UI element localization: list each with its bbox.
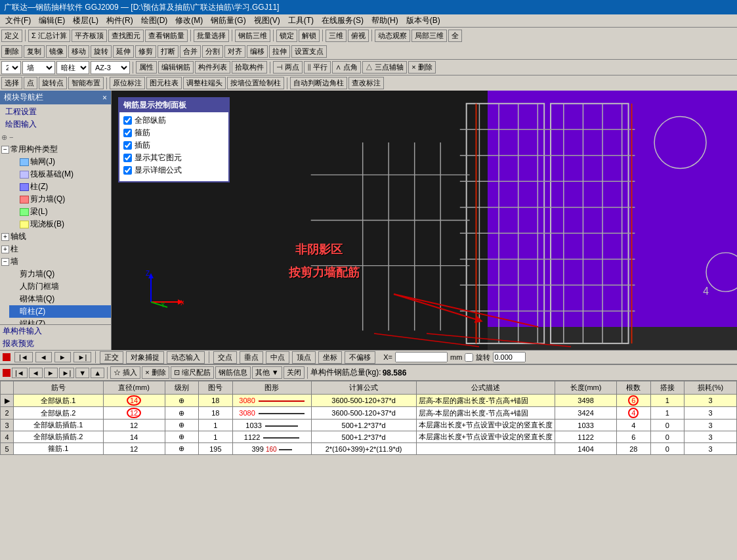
floor-select[interactable]: 2	[1, 61, 21, 74]
btn-midpt[interactable]: 中点	[266, 351, 289, 364]
btn-move[interactable]: 移动	[68, 45, 89, 58]
menu-version[interactable]: 版本号(B)	[402, 14, 444, 27]
toggle-wall[interactable]: −	[1, 258, 9, 266]
table-row[interactable]: 4 全部纵筋插筋.2 14 ⊕ 1 1122 500+1.2*37*d 本层露出…	[1, 431, 737, 443]
btn-endpt[interactable]: 顶点	[292, 351, 316, 364]
btn-three-pts[interactable]: △ 三点辅轴	[362, 61, 407, 74]
btn-view-rebar[interactable]: 查看钢筋量	[145, 30, 188, 42]
btn-split[interactable]: 分割	[202, 45, 223, 58]
btn-pt-angle[interactable]: ∧ 点角	[332, 61, 361, 74]
menu-online[interactable]: 在线服务(S)	[318, 14, 368, 27]
btn-find[interactable]: 查找图元	[108, 30, 144, 42]
btn-copy[interactable]: 复制	[24, 45, 45, 58]
btn-rebar-3d[interactable]: 钢筋三维	[235, 30, 270, 42]
tree-airdefwall[interactable]: 人防门框墙	[9, 280, 111, 293]
tree-shearwall2[interactable]: 剪力墙(Q)	[9, 268, 111, 280]
btn-up[interactable]: ▲	[91, 368, 104, 378]
btn-wall-grid[interactable]: 按墙位置绘制柱	[227, 77, 284, 89]
type-select[interactable]: 墙	[22, 61, 55, 74]
btn-stretch[interactable]: 拉伸	[269, 45, 290, 58]
tree-wall[interactable]: −墙	[0, 255, 111, 268]
btn-adjust-end[interactable]: 调整柱端头	[183, 77, 226, 89]
btn-rebar-info[interactable]: 钢筋信息	[215, 366, 251, 379]
btn-other[interactable]: 其他 ▼	[252, 366, 282, 379]
tree-common[interactable]: − 常用构件类型	[0, 143, 111, 156]
btn-properties[interactable]: 属性	[136, 61, 157, 74]
btn-parallel[interactable]: ‖ 平行	[304, 61, 331, 74]
menu-modify[interactable]: 修改(M)	[171, 14, 207, 27]
btn-local-3d[interactable]: 局部三维	[411, 30, 447, 42]
btn-pick-component[interactable]: 拾取构件	[232, 61, 267, 74]
link-single-input[interactable]: 单构件输入	[0, 325, 111, 337]
btn-last-row[interactable]: ►|	[59, 368, 75, 378]
tree-column[interactable]: 柱(Z)	[9, 181, 111, 193]
btn-inplace-label[interactable]: 原位标注	[110, 77, 145, 89]
tree-masonrywall[interactable]: 砌体墙(Q)	[9, 293, 111, 305]
btn-top-view[interactable]: 俯视	[348, 30, 369, 42]
btn-scale-rebar[interactable]: ⊡ 缩尺配筋	[171, 366, 214, 379]
btn-coord[interactable]: 坐标	[318, 351, 342, 364]
menu-tools[interactable]: 工具(T)	[284, 14, 318, 27]
btn-trim[interactable]: 修剪	[135, 45, 156, 58]
menu-file[interactable]: 文件(F)	[1, 14, 35, 27]
cb-all-long[interactable]: 全部纵筋	[123, 115, 224, 126]
tree-end-col[interactable]: 端柱(Z)	[9, 318, 111, 324]
cb-show-other[interactable]: 显示其它图元	[123, 152, 224, 163]
sidebar-icon-remove[interactable]: −	[9, 133, 13, 141]
cb-show-formula[interactable]: 显示详细公式	[123, 165, 224, 176]
toggle-columns[interactable]: +	[1, 246, 9, 253]
btn-merge[interactable]: 合并	[180, 45, 201, 58]
menu-help[interactable]: 帮助(H)	[368, 14, 402, 27]
btn-del-axis[interactable]: × 删除	[408, 61, 435, 74]
btn-component-list[interactable]: 构件列表	[195, 61, 230, 74]
btn-select[interactable]: 选择	[1, 77, 22, 89]
btn-rotate[interactable]: 旋转	[91, 45, 112, 58]
btn-lock[interactable]: 锁定	[276, 30, 297, 42]
rotate-input[interactable]	[493, 352, 526, 362]
btn-prev-nav[interactable]: ◄	[35, 352, 52, 362]
cb-stirrup[interactable]: 箍筋	[123, 127, 224, 139]
btn-dynin[interactable]: 动态输入	[167, 351, 205, 364]
btn-define[interactable]: 定义	[1, 30, 22, 42]
btn-edit-rebar[interactable]: 编辑钢筋	[158, 61, 194, 74]
btn-calculate[interactable]: Σ 汇总计算	[28, 30, 70, 42]
btn-element-table[interactable]: 图元柱表	[146, 77, 182, 89]
cb-insert[interactable]: 插筋	[123, 140, 224, 151]
btn-set-pivot[interactable]: 设置支点	[291, 45, 327, 58]
btn-intersect[interactable]: 交点	[213, 351, 237, 364]
tree-columns[interactable]: +柱	[0, 243, 111, 255]
btn-3d[interactable]: 三维	[326, 30, 347, 42]
btn-auto-judge[interactable]: 自动判断边角柱	[290, 77, 347, 89]
btn-no-offset[interactable]: 不偏移	[345, 351, 375, 364]
btn-next-nav[interactable]: ►	[54, 352, 71, 362]
menu-rebar[interactable]: 钢筋量(G)	[207, 14, 249, 27]
table-row[interactable]: 5 箍筋.1 12 ⊕ 195 399 160 2*(160+399)+2*(1…	[1, 443, 737, 455]
btn-align[interactable]: 对齐	[224, 45, 245, 58]
table-row[interactable]: ▶ 全部纵筋.1 14 ⊕ 18 3080 3600-500-120+37*d …	[1, 395, 737, 407]
link-report[interactable]: 报表预览	[0, 337, 111, 350]
tree-beam[interactable]: 梁(L)	[9, 205, 111, 218]
tree-shearwall[interactable]: 剪力墙(Q)	[9, 193, 111, 205]
btn-mirror[interactable]: 镜像	[46, 45, 67, 58]
menu-component[interactable]: 构件(R)	[102, 14, 137, 27]
btn-first-nav[interactable]: |◄	[14, 352, 33, 362]
link-settings[interactable]: 工程设置	[3, 106, 108, 118]
menu-edit[interactable]: 编辑(E)	[35, 14, 69, 27]
btn-last-nav[interactable]: ►|	[74, 352, 92, 362]
table-scroll[interactable]: 筋号 直径(mm) 级别 图号 图形 计算公式 公式描述 长度(mm) 根数 搭…	[0, 381, 737, 509]
btn-point[interactable]: 点	[24, 77, 37, 89]
table-row[interactable]: 2 全部纵筋.2 12 ⊕ 18 3080 3600-500-120+37*d …	[1, 407, 737, 420]
viewport[interactable]: 4 钢筋显示控制面板 全部纵筋 箍筋 插筋 显示其它图元 显示详细公式 非阴影区…	[112, 91, 737, 350]
btn-offset[interactable]: 编移	[247, 45, 268, 58]
btn-delete[interactable]: 删除	[1, 45, 22, 58]
menu-view[interactable]: 视图(V)	[250, 14, 284, 27]
tree-hidden-col[interactable]: 暗柱(Z)	[9, 305, 111, 318]
btn-two-pts[interactable]: ⊣ 两点	[273, 61, 303, 74]
tree-axis[interactable]: 轴网(J)	[9, 156, 111, 168]
tree-raft[interactable]: 筏板基础(M)	[9, 168, 111, 181]
btn-prev-row[interactable]: ◄	[29, 368, 43, 378]
btn-down[interactable]: ▼	[75, 368, 89, 378]
rotate-check[interactable]	[465, 353, 473, 362]
btn-smart-layout[interactable]: 智能布置	[68, 77, 104, 89]
link-draw[interactable]: 绘图输入	[3, 118, 108, 131]
